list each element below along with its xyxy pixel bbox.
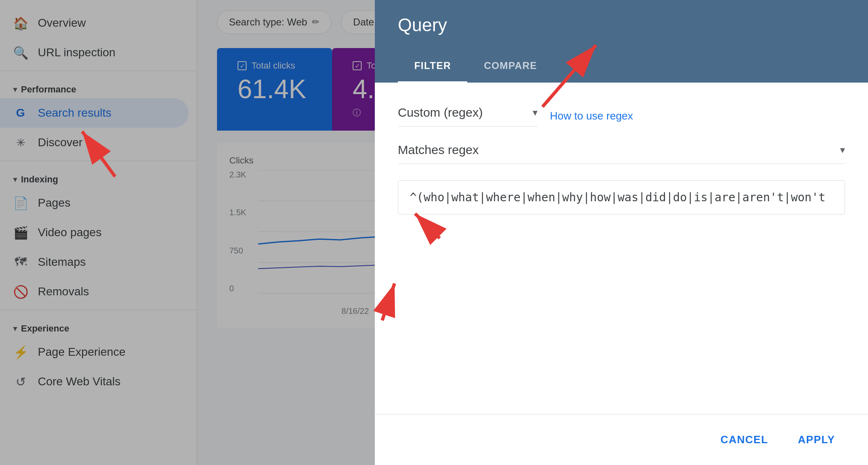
modal-title: Query xyxy=(398,15,845,35)
modal-tabs: FILTER COMPARE xyxy=(375,50,868,83)
how-to-use-regex-link[interactable]: How to use regex xyxy=(550,110,633,122)
query-modal: Query FILTER COMPARE Custom (regex) ▾ Ho… xyxy=(375,0,868,465)
filter-type-row: Custom (regex) ▾ How to use regex xyxy=(398,106,845,127)
modal-footer: CANCEL APPLY xyxy=(375,414,868,465)
modal-body: Custom (regex) ▾ How to use regex Matche… xyxy=(375,83,868,414)
match-type-dropdown[interactable]: Matches regex ▾ xyxy=(398,143,845,164)
modal-tab-filter[interactable]: FILTER xyxy=(398,50,467,83)
modal-tab-compare[interactable]: COMPARE xyxy=(467,50,553,83)
filter-type-arrow-icon: ▾ xyxy=(533,107,538,118)
cancel-button[interactable]: CANCEL xyxy=(711,427,778,453)
apply-button[interactable]: APPLY xyxy=(788,427,845,453)
match-type-arrow-icon: ▾ xyxy=(840,144,845,156)
modal-header: Query xyxy=(375,0,868,50)
regex-input[interactable]: ^(who|what|where|when|why|how|was|did|do… xyxy=(398,180,845,214)
match-type-label: Matches regex xyxy=(398,143,833,157)
filter-type-dropdown[interactable]: Custom (regex) ▾ xyxy=(398,106,538,127)
filter-type-label: Custom (regex) xyxy=(398,106,526,120)
